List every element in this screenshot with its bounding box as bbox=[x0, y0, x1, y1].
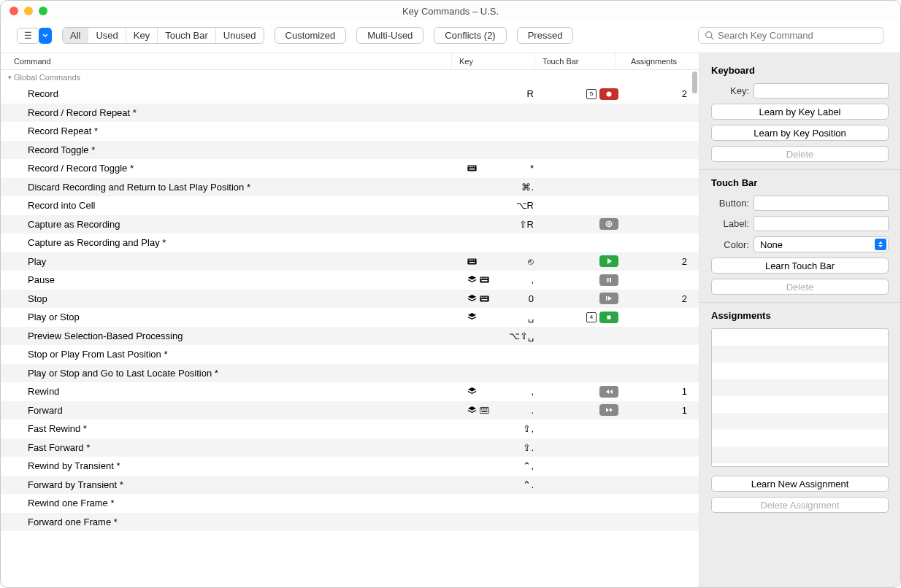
key-text: , bbox=[531, 274, 534, 285]
svg-rect-20 bbox=[484, 278, 486, 279]
table-row[interactable]: Discard Recording and Return to Last Pla… bbox=[1, 178, 699, 197]
column-header-key[interactable]: Key bbox=[452, 53, 535, 69]
table-row[interactable]: Pause, bbox=[1, 271, 699, 290]
zoom-window-button[interactable] bbox=[39, 7, 47, 15]
group-row-global-commands[interactable]: ▾Global Commands bbox=[1, 70, 699, 85]
table-row[interactable]: Fast Forward *⇧. bbox=[1, 438, 699, 457]
table-row[interactable]: Record Toggle * bbox=[1, 141, 699, 160]
table-body[interactable]: ▾Global CommandsRecordR52Record / Record… bbox=[1, 70, 699, 531]
svg-rect-26 bbox=[480, 296, 482, 298]
key-text: ⎋ bbox=[528, 256, 534, 267]
assignment-row[interactable] bbox=[712, 329, 888, 346]
command-name: Capture as Recording and Play * bbox=[1, 237, 462, 248]
table-row[interactable]: Stop02 bbox=[1, 290, 699, 309]
table-row[interactable]: Forward.1 bbox=[1, 401, 699, 420]
close-window-button[interactable] bbox=[9, 7, 18, 15]
window-title: Key Commands – U.S. bbox=[1, 6, 900, 17]
pressed-filter-button[interactable]: Pressed bbox=[517, 27, 574, 44]
column-header-command[interactable]: Command bbox=[1, 53, 452, 69]
touchbar-color-select[interactable]: None bbox=[754, 236, 889, 252]
delete-assignment-button[interactable]: Delete Assignment bbox=[711, 497, 889, 513]
table-row[interactable]: Play or Stop and Go to Last Locate Posit… bbox=[1, 364, 699, 383]
search-field[interactable] bbox=[698, 27, 884, 44]
key-text: ⌘. bbox=[521, 182, 534, 193]
filter-seg-touch-bar[interactable]: Touch Bar bbox=[158, 28, 216, 43]
chevron-down-icon bbox=[42, 33, 48, 39]
svg-rect-29 bbox=[486, 296, 487, 298]
svg-rect-6 bbox=[472, 166, 473, 168]
command-name: Forward one Frame * bbox=[1, 517, 462, 527]
table-row[interactable]: Record Repeat * bbox=[1, 122, 699, 141]
touchbar-delete-button[interactable]: Delete bbox=[711, 279, 889, 295]
column-header-assignments[interactable]: Assignments bbox=[616, 53, 689, 69]
command-name: Record Toggle * bbox=[1, 144, 462, 155]
table-row[interactable]: Rewind,1 bbox=[1, 382, 699, 401]
table-row[interactable]: Record / Record Repeat * bbox=[1, 104, 699, 123]
learn-new-assignment-button[interactable]: Learn New Assignment bbox=[711, 476, 889, 492]
filter-seg-all[interactable]: All bbox=[63, 28, 88, 43]
assignment-row[interactable] bbox=[712, 346, 888, 363]
touchbar-cell bbox=[545, 386, 626, 398]
table-row[interactable]: Forward by Transient *⌃. bbox=[1, 476, 699, 495]
customized-filter-button[interactable]: Customized bbox=[275, 27, 347, 44]
assignments-count: 2 bbox=[626, 256, 699, 267]
table-row[interactable]: Rewind one Frame * bbox=[1, 494, 699, 513]
key-cell: ⇧, bbox=[462, 423, 545, 434]
svg-line-1 bbox=[711, 37, 713, 39]
assignment-row[interactable] bbox=[712, 413, 888, 430]
filter-seg-used[interactable]: Used bbox=[88, 28, 126, 43]
search-input[interactable] bbox=[718, 30, 878, 41]
filter-seg-key[interactable]: Key bbox=[126, 28, 158, 43]
assignment-row[interactable] bbox=[712, 379, 888, 396]
command-name: Record / Record Toggle * bbox=[1, 163, 462, 174]
command-name: Stop or Play From Last Position * bbox=[1, 349, 462, 360]
toolbar: ☰ AllUsedKeyTouch BarUnused Customized M… bbox=[1, 21, 900, 53]
keyboard-icon bbox=[479, 275, 489, 285]
learn-touchbar-button[interactable]: Learn Touch Bar bbox=[711, 258, 889, 274]
assignment-row[interactable] bbox=[712, 446, 888, 463]
key-text: ⇧, bbox=[523, 423, 534, 434]
filter-seg-unused[interactable]: Unused bbox=[216, 28, 264, 43]
table-row[interactable]: Forward one Frame * bbox=[1, 513, 699, 532]
table-row[interactable]: Rewind by Transient *⌃, bbox=[1, 457, 699, 476]
assignment-row[interactable] bbox=[712, 430, 888, 446]
table-row[interactable]: Play or Stop␣4 bbox=[1, 308, 699, 327]
column-header-touchbar[interactable]: Touch Bar bbox=[535, 53, 616, 69]
conflicts-filter-button[interactable]: Conflicts (2) bbox=[434, 27, 506, 44]
table-row[interactable]: Fast Rewind *⇧, bbox=[1, 419, 699, 438]
table-row[interactable]: Capture as Recording⇧R bbox=[1, 215, 699, 234]
key-cell: ⌥⇧␣ bbox=[462, 330, 545, 341]
multi-used-filter-button[interactable]: Multi-Used bbox=[356, 27, 423, 44]
scrollbar-thumb[interactable] bbox=[692, 71, 697, 93]
keyboard-delete-button[interactable]: Delete bbox=[711, 146, 889, 162]
inspector-sidebar: Keyboard Key: Learn by Key Label Learn b… bbox=[699, 53, 900, 587]
svg-rect-38 bbox=[481, 411, 487, 412]
search-icon bbox=[705, 31, 714, 40]
assignment-row[interactable] bbox=[712, 396, 888, 413]
assignments-list[interactable] bbox=[711, 328, 889, 467]
table-row[interactable]: RecordR52 bbox=[1, 85, 699, 104]
key-text: 0 bbox=[529, 293, 534, 304]
table-row[interactable]: Preview Selection-Based Processing⌥⇧␣ bbox=[1, 327, 699, 346]
svg-rect-30 bbox=[481, 299, 487, 301]
assignment-row[interactable] bbox=[712, 363, 888, 379]
learn-by-key-label-button[interactable]: Learn by Key Label bbox=[711, 104, 889, 120]
assignments-section-title: Assignments bbox=[711, 310, 889, 321]
table-row[interactable]: Play⎋2 bbox=[1, 252, 699, 271]
key-input[interactable] bbox=[754, 83, 889, 98]
key-cell: ⇧R bbox=[462, 219, 545, 230]
table-row[interactable]: Capture as Recording and Play * bbox=[1, 233, 699, 252]
touchbar-label-input[interactable] bbox=[754, 216, 889, 231]
svg-rect-14 bbox=[472, 259, 473, 260]
learn-by-key-position-button[interactable]: Learn by Key Position bbox=[711, 125, 889, 141]
table-row[interactable]: Record / Record Toggle ** bbox=[1, 159, 699, 178]
options-dropdown-button[interactable] bbox=[39, 28, 52, 44]
key-text: ⌃. bbox=[523, 479, 534, 490]
table-row[interactable]: Record into Cell⌥R bbox=[1, 196, 699, 215]
minimize-window-button[interactable] bbox=[24, 7, 33, 15]
table-row[interactable]: Stop or Play From Last Position * bbox=[1, 345, 699, 364]
touchbar-button-input[interactable] bbox=[754, 196, 889, 211]
options-menu-button[interactable]: ☰ bbox=[17, 28, 39, 44]
svg-rect-24 bbox=[610, 278, 611, 282]
touchbar-label-label: Label: bbox=[711, 218, 749, 229]
